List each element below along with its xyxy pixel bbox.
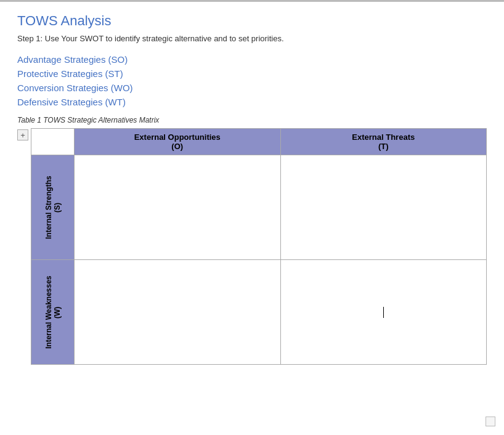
- scroll-indicator[interactable]: [486, 417, 495, 426]
- ext-opportunities-header: External Opportunities (O): [75, 129, 281, 155]
- wo-cell[interactable]: [75, 260, 281, 365]
- internal-weaknesses-header: Internal Weaknesses(W): [31, 260, 75, 365]
- st-cell[interactable]: [280, 155, 487, 260]
- page-container: TOWS Analysis Step 1: Use Your SWOT to i…: [0, 0, 504, 435]
- strategy-link-st[interactable]: Protective Strategies (ST): [17, 68, 487, 79]
- wt-cell[interactable]: [280, 260, 487, 365]
- add-row-button[interactable]: +: [17, 129, 28, 140]
- step-description: Step 1: Use Your SWOT to identify strate…: [17, 34, 487, 43]
- table-wrapper: + External Opportunities (O) External Th…: [17, 128, 487, 365]
- table-caption: Table 1 TOWS Strategic Alternatives Matr…: [17, 116, 487, 124]
- corner-header: [31, 129, 75, 155]
- internal-strengths-header: Internal Strengths(S): [31, 155, 75, 260]
- strategy-link-so[interactable]: Advantage Strategies (SO): [17, 54, 487, 65]
- tows-table: External Opportunities (O) External Thre…: [31, 128, 487, 365]
- ext-threats-header: External Threats (T): [280, 129, 487, 155]
- weaknesses-row: Internal Weaknesses(W): [31, 260, 487, 365]
- so-cell[interactable]: [75, 155, 281, 260]
- content-area: TOWS Analysis Step 1: Use Your SWOT to i…: [0, 2, 504, 376]
- strategy-link-wo[interactable]: Conversion Strategies (WO): [17, 83, 487, 93]
- page-title: TOWS Analysis: [17, 13, 487, 29]
- strategy-link-wt[interactable]: Defensive Strategies (WT): [17, 97, 487, 107]
- strengths-row: Internal Strengths(S): [31, 155, 487, 260]
- text-cursor: [383, 307, 384, 318]
